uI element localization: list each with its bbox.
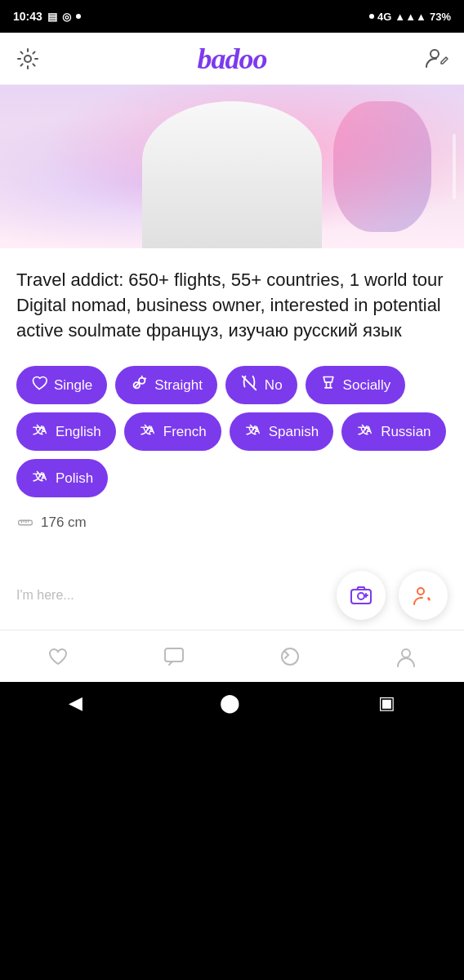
profile-image	[0, 85, 464, 248]
network-dot	[369, 14, 374, 19]
translate-icon-english: 文 A	[31, 421, 49, 443]
tag-french: 文 A French	[124, 412, 221, 451]
profile-content: Travel addict: 650+ flights, 55+ countri…	[0, 248, 464, 561]
discover-icon	[279, 645, 301, 668]
battery-label: 73%	[430, 11, 451, 23]
profile-tab-icon	[395, 645, 417, 668]
svg-point-20	[402, 649, 410, 657]
tab-like[interactable]	[33, 639, 83, 675]
russian-label: Russian	[381, 424, 431, 440]
tab-chat[interactable]	[149, 639, 199, 675]
svg-rect-18	[165, 648, 183, 662]
tab-discover[interactable]	[265, 639, 315, 675]
camera-button[interactable]	[337, 571, 386, 620]
translate-icon-russian: 文 A	[356, 421, 374, 443]
scroll-indicator	[453, 134, 456, 199]
camera-plus-icon	[350, 584, 373, 607]
tag-english: 文 A English	[16, 412, 116, 451]
time-display: 10:43	[13, 10, 42, 23]
no-icon	[240, 374, 258, 396]
tag-single: Single	[16, 366, 107, 404]
gender-icon	[130, 374, 148, 396]
chat-icon	[163, 645, 185, 668]
svg-rect-15	[351, 590, 371, 604]
translate-icon-spanish: 文 A	[244, 421, 262, 443]
ruler-icon	[16, 514, 34, 532]
bio-text: Travel addict: 650+ flights, 55+ countri…	[16, 268, 448, 343]
heart-icon	[31, 375, 47, 395]
single-label: Single	[54, 377, 92, 394]
tag-socially: Socially	[306, 366, 406, 404]
straight-label: Straight	[154, 377, 203, 394]
notification-dot	[76, 14, 81, 19]
settings-button[interactable]	[15, 46, 41, 72]
signal-label: 4G	[377, 11, 391, 23]
tag-no: No	[225, 366, 297, 404]
status-bar: 10:43 ▤ ◎ 4G ▲▲▲ 73%	[0, 0, 464, 33]
tag-polish: 文 A Polish	[16, 459, 108, 497]
tag-spanish: 文 A Spanish	[230, 412, 333, 451]
whatsapp-icon: ◎	[62, 11, 71, 23]
bottom-actions: I'm here...	[0, 561, 464, 630]
height-value: 176 cm	[41, 514, 87, 531]
person-edit-icon	[423, 46, 449, 72]
translate-icon-french: 文 A	[139, 421, 157, 443]
signal-bars: ▲▲▲	[395, 11, 426, 23]
spanish-label: Spanish	[269, 424, 319, 440]
translate-icon-polish: 文 A	[31, 467, 49, 489]
svg-rect-14	[19, 521, 33, 526]
svg-point-17	[417, 588, 424, 595]
nav-bar: ◀ ⬤ ▣	[0, 682, 464, 724]
gear-icon	[16, 47, 39, 70]
heart-tab-icon	[47, 645, 69, 668]
tags-section: Single Straight No	[16, 366, 448, 497]
socially-label: Socially	[343, 377, 391, 394]
message-icon: ▤	[47, 11, 57, 23]
tab-profile[interactable]	[381, 639, 431, 675]
svg-point-16	[358, 593, 364, 599]
svg-point-19	[282, 648, 298, 665]
im-here-placeholder[interactable]: I'm here...	[16, 588, 323, 603]
profile-edit-button[interactable]	[423, 46, 449, 72]
app-header: badoo	[0, 33, 464, 85]
like-button[interactable]	[399, 571, 448, 620]
tab-bar	[0, 630, 464, 682]
no-label: No	[265, 377, 283, 394]
french-label: French	[163, 424, 207, 440]
home-button[interactable]: ⬤	[200, 686, 260, 720]
polish-label: Polish	[56, 470, 93, 487]
svg-point-0	[25, 56, 31, 62]
recents-button[interactable]: ▣	[359, 686, 415, 720]
svg-point-1	[431, 50, 439, 58]
person-heart-icon	[412, 584, 435, 607]
drink-icon	[320, 375, 337, 395]
height-row: 176 cm	[16, 514, 448, 532]
app-logo: badoo	[198, 42, 267, 76]
english-label: English	[56, 424, 101, 440]
back-button[interactable]: ◀	[49, 686, 102, 720]
tag-russian: 文 A Russian	[341, 412, 445, 451]
tag-straight: Straight	[115, 366, 217, 404]
